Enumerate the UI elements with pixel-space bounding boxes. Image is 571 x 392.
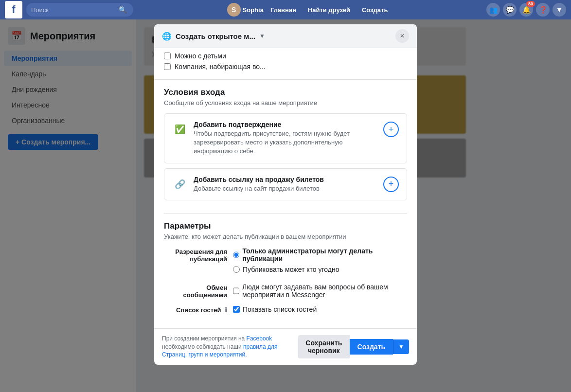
facebook-logo: f bbox=[5, 1, 22, 18]
search-icon: 🔍 bbox=[119, 6, 127, 14]
checkbox-children-row: Можно с детьми bbox=[164, 52, 407, 60]
guest-list-checkbox[interactable] bbox=[233, 306, 240, 313]
radio-anyone[interactable] bbox=[233, 266, 240, 273]
footer-actions: Сохранить черновик Создать ▼ bbox=[298, 335, 409, 358]
modal-overlay: 🌐 Создать открытое м... ▼ × Можно с деть… bbox=[0, 19, 571, 392]
add-confirmation-plus[interactable]: + bbox=[383, 122, 399, 137]
notification-badge: 80 bbox=[526, 1, 535, 7]
notifications-icon[interactable]: 🔔 80 bbox=[519, 3, 533, 17]
guest-list-row: Список гостей ℹ Показать список гостей bbox=[164, 305, 407, 314]
add-ticket-title: Добавить ссылку на продажу билетов bbox=[194, 176, 377, 183]
search-input[interactable] bbox=[31, 6, 119, 14]
nav-right-icons: 👥 💬 🔔 80 ❓ ▼ bbox=[486, 3, 566, 17]
permissions-row: Разрешения для публикаций Только админис… bbox=[164, 247, 407, 276]
messaging-check-row: Люди смогут задавать вам вопросы об ваше… bbox=[233, 283, 407, 299]
messaging-row: Обмен сообщениями Люди смогут задавать в… bbox=[164, 283, 407, 299]
add-ticket-text: Добавить ссылку на продажу билетов Добав… bbox=[194, 176, 377, 193]
nav-find-friends[interactable]: Найти друзей bbox=[303, 4, 355, 16]
friends-icon[interactable]: 👥 bbox=[486, 3, 500, 17]
checkbox-company[interactable] bbox=[164, 63, 171, 70]
save-draft-button[interactable]: Сохранить черновик bbox=[298, 335, 350, 358]
checkbox-children[interactable] bbox=[164, 53, 171, 59]
top-navigation: f 🔍 S Sophia Главная Найти друзей Создат… bbox=[0, 0, 571, 19]
nav-home[interactable]: Главная bbox=[266, 4, 301, 16]
add-ticket-plus[interactable]: + bbox=[383, 177, 399, 192]
messaging-checkbox[interactable] bbox=[233, 287, 239, 294]
avatar[interactable]: S bbox=[227, 3, 241, 17]
add-confirmation-title: Добавить подтверждение bbox=[194, 121, 377, 128]
radio-anyone-label: Публиковать может кто угодно bbox=[243, 266, 339, 273]
modal-title: Создать открытое м... bbox=[176, 32, 255, 40]
permissions-label: Разрешения для публикаций bbox=[164, 247, 227, 263]
add-ticket-desc: Добавьте ссылку на сайт продажи билетов bbox=[194, 184, 377, 193]
messaging-check-label: Люди смогут задавать вам вопросы об ваше… bbox=[242, 283, 407, 299]
modal-header: 🌐 Создать открытое м... ▼ × bbox=[154, 24, 417, 48]
nav-create[interactable]: Создать bbox=[357, 4, 393, 16]
dropdown-icon[interactable]: ▼ bbox=[553, 3, 566, 17]
footer-link-rules[interactable]: правила для Страниц, групп и мероприятий… bbox=[162, 343, 277, 358]
guest-list-check-label: Показать список гостей bbox=[243, 305, 317, 313]
guest-list-info-icon[interactable]: ℹ bbox=[225, 306, 227, 314]
entry-conditions-title: Условия входа bbox=[164, 88, 407, 97]
help-icon[interactable]: ❓ bbox=[536, 3, 550, 17]
footer-link-facebook[interactable]: Facebook bbox=[247, 335, 272, 342]
messaging-label: Обмен сообщениями bbox=[164, 283, 227, 299]
top-checkboxes: Можно с детьми Компания, набирающая во..… bbox=[154, 48, 417, 80]
create-button[interactable]: Создать bbox=[350, 339, 393, 355]
parameters-title: Параметры bbox=[164, 221, 407, 231]
parameters-subtitle: Укажите, кто может делать публикации в в… bbox=[164, 233, 407, 240]
footer-legal-text: При создании мероприятия на Facebook нео… bbox=[162, 335, 298, 359]
add-confirmation-desc: Чтобы подтвердить присутствие, гостям ну… bbox=[194, 129, 377, 156]
user-name: Sophia bbox=[243, 6, 264, 14]
radio-admins-only[interactable] bbox=[233, 251, 239, 258]
modal-body: Можно с детьми Компания, набирающая во..… bbox=[154, 48, 417, 328]
permissions-options: Только администраторы могут делать публи… bbox=[233, 247, 407, 276]
radio-admins-only-label: Только администраторы могут делать публи… bbox=[242, 247, 407, 263]
checkbox-children-label: Можно с детьми bbox=[175, 52, 226, 60]
messenger-icon[interactable]: 💬 bbox=[503, 3, 517, 17]
globe-icon: 🌐 bbox=[162, 32, 172, 41]
add-ticket-link-card[interactable]: 🔗 Добавить ссылку на продажу билетов Доб… bbox=[164, 168, 407, 200]
modal-footer: При создании мероприятия на Facebook нео… bbox=[154, 328, 417, 365]
parameters-section: Параметры Укажите, кто может делать публ… bbox=[154, 214, 417, 328]
checkmark-circle-icon: ✅ bbox=[172, 122, 188, 137]
radio-admins-only-row: Только администраторы могут делать публи… bbox=[233, 247, 407, 263]
search-bar[interactable]: 🔍 bbox=[26, 3, 133, 17]
checkbox-company-row: Компания, набирающая во... bbox=[164, 63, 407, 71]
modal-scroll-content: Можно с детьми Компания, набирающая во..… bbox=[154, 48, 417, 328]
create-dropdown-button[interactable]: ▼ bbox=[393, 339, 409, 354]
entry-conditions-subtitle: Сообщите об условиях входа на ваше мероп… bbox=[164, 99, 407, 107]
link-icon: 🔗 bbox=[172, 177, 188, 192]
nav-links: S Sophia Главная Найти друзей Создать bbox=[133, 3, 486, 17]
modal-close-button[interactable]: × bbox=[395, 29, 409, 43]
guest-list-label: Список гостей ℹ bbox=[164, 305, 227, 314]
add-confirmation-text: Добавить подтверждение Чтобы подтвердить… bbox=[194, 121, 377, 156]
entry-conditions-section: Условия входа Сообщите об условиях входа… bbox=[154, 80, 417, 213]
radio-anyone-row: Публиковать может кто угодно bbox=[233, 266, 407, 273]
modal-header-left: 🌐 Создать открытое м... ▼ bbox=[162, 32, 265, 41]
modal-dropdown-arrow[interactable]: ▼ bbox=[259, 33, 265, 39]
messaging-options: Люди смогут задавать вам вопросы об ваше… bbox=[233, 283, 407, 299]
guest-list-options: Показать список гостей bbox=[233, 305, 407, 313]
add-confirmation-card[interactable]: ✅ Добавить подтверждение Чтобы подтверди… bbox=[164, 113, 407, 163]
checkbox-company-label: Компания, набирающая во... bbox=[175, 63, 266, 71]
guest-list-check-row: Показать список гостей bbox=[233, 305, 407, 313]
create-event-modal: 🌐 Создать открытое м... ▼ × Можно с деть… bbox=[154, 24, 417, 365]
